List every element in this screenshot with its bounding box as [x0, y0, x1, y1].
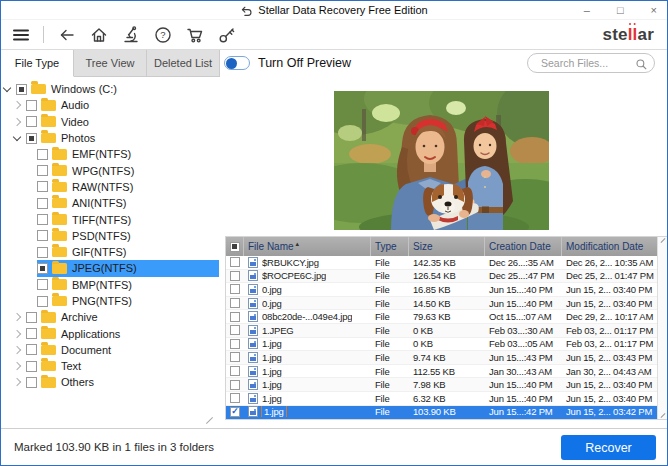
- table-row[interactable]: ✓1.jpgFile103.90 KBJun 15...:42 PMJun 15…: [226, 406, 657, 420]
- row-checkbox[interactable]: [230, 380, 240, 390]
- select-all-checkbox[interactable]: [230, 242, 240, 252]
- table-row[interactable]: 0.jpgFile16.85 KBJun 15...:40 PMJun 15, …: [226, 283, 657, 297]
- tree-checkbox[interactable]: [37, 198, 48, 209]
- home-icon[interactable]: [88, 24, 109, 45]
- header-creation-date[interactable]: Creation Date: [485, 237, 562, 256]
- row-checkbox[interactable]: [230, 298, 240, 308]
- tree-item[interactable]: RAW(NTFS): [1, 179, 219, 195]
- row-checkbox[interactable]: [230, 339, 240, 349]
- tree-checkbox[interactable]: [37, 263, 48, 274]
- table-row[interactable]: 1.jpgFile7.98 KBJun 15...:40 PMJun 15, 2…: [226, 378, 657, 392]
- row-checkbox[interactable]: [230, 352, 240, 362]
- chevron-right-icon[interactable]: [13, 378, 21, 386]
- maximize-button[interactable]: □: [617, 1, 624, 20]
- tree-item[interactable]: Document: [1, 342, 219, 358]
- tree-checkbox[interactable]: [26, 361, 37, 372]
- table-row[interactable]: $ROCPE6C.jpgFile126.54 KBDec 25...:47 PM…: [226, 270, 657, 284]
- table-row[interactable]: 1.jpgFile112.55 KBJan 30...:43 AMJan 30,…: [226, 365, 657, 379]
- recover-button[interactable]: Recover: [561, 435, 656, 460]
- tab-deleted-list[interactable]: Deleted List: [147, 50, 220, 77]
- tree-item[interactable]: GIF(NTFS): [1, 244, 219, 260]
- tree-checkbox[interactable]: [26, 312, 37, 323]
- tree-checkbox[interactable]: [26, 328, 37, 339]
- tree-item[interactable]: Windows (C:): [1, 81, 219, 97]
- tree-item[interactable]: Video: [1, 114, 219, 130]
- tree-checkbox[interactable]: [37, 296, 48, 307]
- tree-checkbox[interactable]: [37, 279, 48, 290]
- tree-item[interactable]: PSD(NTFS): [1, 228, 219, 244]
- tree-item[interactable]: Photos: [1, 130, 219, 146]
- chevron-right-icon[interactable]: [13, 346, 21, 354]
- minimize-button[interactable]: –: [584, 1, 590, 20]
- tree-item[interactable]: Audio: [1, 97, 219, 113]
- chevron-right-icon[interactable]: [13, 313, 21, 321]
- tree-checkbox[interactable]: [26, 377, 37, 388]
- tree-checkbox[interactable]: [26, 133, 37, 144]
- row-checkbox[interactable]: [230, 257, 240, 267]
- activation-key-icon[interactable]: [216, 24, 237, 45]
- menu-icon[interactable]: [10, 24, 31, 45]
- header-size[interactable]: Size: [409, 237, 485, 256]
- tree-checkbox[interactable]: [26, 344, 37, 355]
- row-checkbox[interactable]: [230, 312, 240, 322]
- tree-item[interactable]: BMP(NTFS): [1, 277, 219, 293]
- back-icon[interactable]: [56, 24, 77, 45]
- chevron-right-icon[interactable]: [13, 362, 21, 370]
- tree-checkbox[interactable]: [37, 247, 48, 258]
- row-checkbox[interactable]: [230, 284, 240, 294]
- tree-item[interactable]: ANI(NTFS): [1, 195, 219, 211]
- tree-item[interactable]: PNG(NTFS): [1, 293, 219, 309]
- row-checkbox[interactable]: [230, 393, 240, 403]
- header-file-name[interactable]: File Name▴: [244, 237, 371, 256]
- table-row[interactable]: 1.JPEGFile0 KBFeb 03...:30 AMFeb 03, 2..…: [226, 324, 657, 338]
- tree-checkbox[interactable]: [37, 214, 48, 225]
- table-row[interactable]: 1.jpgFile0 KBFeb 03...:05 AMFeb 03, 2...…: [226, 338, 657, 352]
- file-size: 6.32 KB: [409, 393, 485, 404]
- preview-toggle[interactable]: [224, 56, 250, 70]
- table-row[interactable]: 1.jpgFile9.74 KBJun 15...:43 PMJun 15, 2…: [226, 351, 657, 365]
- tab-file-type[interactable]: File Type: [1, 50, 74, 77]
- tree-item[interactable]: WPG(NTFS): [1, 162, 219, 178]
- table-row[interactable]: 1.jpgFile6.32 KBJun 15...:40 PMJun 15, 2…: [226, 392, 657, 406]
- monitor-drive-icon[interactable]: [120, 24, 141, 45]
- tree-item[interactable]: Others: [1, 374, 219, 390]
- file-name: $ROCPE6C.jpg: [262, 270, 326, 281]
- tree-checkbox[interactable]: [26, 116, 37, 127]
- tree-item[interactable]: Archive: [1, 309, 219, 325]
- cart-icon[interactable]: [184, 24, 205, 45]
- row-checkbox[interactable]: [230, 366, 240, 376]
- creation-date: Feb 03...:05 AM: [485, 338, 562, 349]
- tree-item[interactable]: EMF(NTFS): [1, 146, 219, 162]
- table-row[interactable]: 0.jpgFile14.50 KBJun 15...:40 PMJun 15, …: [226, 297, 657, 311]
- table-row[interactable]: 08bc20de-...049e4.jpgFile79.63 KBOct 15.…: [226, 310, 657, 324]
- table-row[interactable]: $RBUKCY.jpgFile142.35 KBDec 26...:35 AMD…: [226, 256, 657, 270]
- tree-checkbox[interactable]: [37, 230, 48, 241]
- row-checkbox[interactable]: [230, 271, 240, 281]
- chevron-down-icon[interactable]: [3, 83, 11, 91]
- tab-tree-view[interactable]: Tree View: [74, 50, 147, 77]
- status-text: Marked 103.90 KB in 1 files in 3 folders: [14, 441, 214, 453]
- chevron-right-icon[interactable]: [13, 101, 21, 109]
- tree-item[interactable]: JPEG(NTFS): [1, 260, 219, 276]
- row-checkbox[interactable]: ✓: [230, 407, 240, 417]
- chevron-down-icon[interactable]: [13, 132, 21, 140]
- chevron-right-icon[interactable]: [13, 117, 21, 125]
- header-type[interactable]: Type: [371, 237, 409, 256]
- tree-item-label: EMF(NTFS): [72, 148, 131, 160]
- table-scrollbar[interactable]: [657, 237, 667, 419]
- tree-checkbox[interactable]: [37, 149, 48, 160]
- header-modification-date[interactable]: Modification Date: [562, 237, 657, 256]
- tree-checkbox[interactable]: [37, 165, 48, 176]
- tree-checkbox[interactable]: [37, 181, 48, 192]
- help-icon[interactable]: ?: [152, 24, 173, 45]
- tree-checkbox[interactable]: [16, 84, 27, 95]
- tree-item[interactable]: TIFF(NTFS): [1, 211, 219, 227]
- tree-checkbox[interactable]: [26, 100, 37, 111]
- tree-item[interactable]: Applications: [1, 325, 219, 341]
- row-checkbox[interactable]: [230, 325, 240, 335]
- image-file-icon: [248, 325, 258, 336]
- tree-item[interactable]: Text: [1, 358, 219, 374]
- chevron-right-icon[interactable]: [13, 329, 21, 337]
- search-box[interactable]: [527, 53, 655, 73]
- close-button[interactable]: ×: [651, 1, 657, 20]
